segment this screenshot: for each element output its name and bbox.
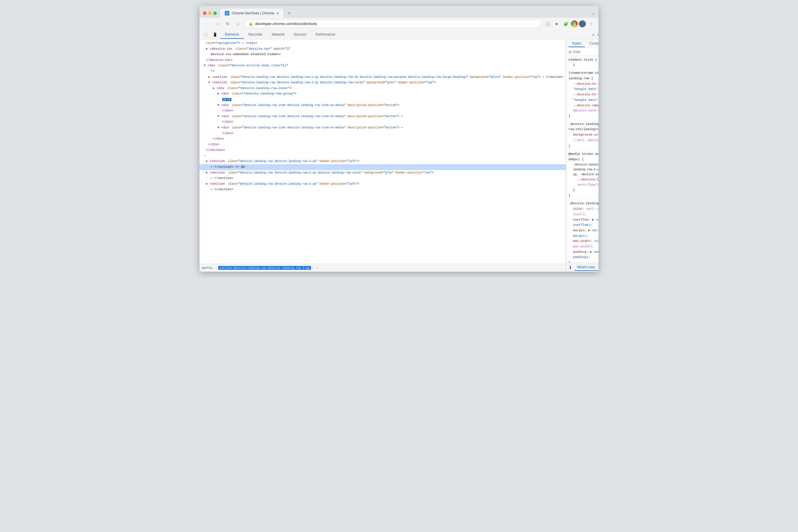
- chrome-inner: [573, 22, 576, 25]
- devtools-tab-list: Elements Recorder Network Sources Perfor…: [220, 31, 590, 39]
- minimize-traffic-light[interactable]: [208, 12, 211, 15]
- style-rule-landing-row: app.css:33 .devsite-landing-row { color:…: [566, 200, 598, 263]
- cast-icon[interactable]: ⬜: [543, 20, 551, 28]
- html-line-10: ▶ <div class="devsite-landing-row-group"…: [200, 91, 566, 97]
- html-line-selected: ⋯ </section> == $0: [200, 164, 566, 170]
- extensions-icon[interactable]: 🧩: [562, 20, 570, 28]
- tab-elements[interactable]: Elements: [220, 31, 244, 39]
- html-line-8: ▼ <section class="devsite-landing-row de…: [200, 80, 566, 86]
- tab-recorder[interactable]: Recorder: [244, 31, 267, 39]
- styles-content: element.style { } app.css:37 [theme=chro…: [566, 56, 598, 263]
- maximize-traffic-light[interactable]: [213, 12, 217, 15]
- subtab-computed[interactable]: Computed: [586, 40, 598, 47]
- devtools-panel: ⬚ 📱 Elements Recorder Network Sources Pe…: [200, 30, 598, 272]
- html-line-3: devsite-toc-embedded disabled hidden>: [200, 52, 566, 57]
- devtools-device-icon[interactable]: 📱: [211, 31, 219, 39]
- html-line-ellipsis: ⋯: [200, 153, 566, 159]
- html-line-23: ▶ <section class="devsite-landing-row de…: [200, 181, 566, 187]
- html-line-1: role="navigation"> ⋯ </div>: [200, 40, 566, 46]
- filter-icon: ⊟: [569, 50, 572, 54]
- html-line-12: </div>: [200, 108, 566, 114]
- home-button[interactable]: ⌂: [234, 20, 242, 28]
- html-line-17: </div>: [200, 136, 566, 142]
- console-bar: ⬇ What's new × Console ×: [566, 263, 598, 272]
- html-line-14: </div>: [200, 119, 566, 125]
- url-bar[interactable]: 🔒 developer.chrome.com/docs/devtools: [244, 20, 541, 28]
- styles-filter-bar: ⊟ :hov .cls + ⊞ ⊡: [566, 48, 598, 56]
- html-line-22: ⋯ </section>: [200, 175, 566, 181]
- address-bar: ← → ↻ ⌂ 🔒 developer.chrome.com/docs/devt…: [200, 18, 598, 30]
- html-line-13: ▼ <div class="devsite-landing-row-item d…: [200, 114, 566, 119]
- close-traffic-light[interactable]: [203, 12, 206, 15]
- url-text: developer.chrome.com/docs/devtools: [255, 21, 537, 26]
- styles-panel: Styles Computed Layout Event Listeners »…: [566, 39, 598, 272]
- subtab-styles[interactable]: Styles: [569, 40, 585, 47]
- style-rule-media-600: app.css:25 @media screen and (max-width:…: [566, 150, 598, 200]
- console-collapse-icon[interactable]: ⬇: [569, 265, 572, 270]
- reload-button[interactable]: ↻: [224, 20, 232, 28]
- more-tabs-button[interactable]: »: [591, 31, 596, 38]
- grid-badge: grid: [222, 98, 231, 101]
- panel-subtabs: Styles Computed Layout Event Listeners »: [566, 39, 598, 48]
- html-panel: role="navigation"> ⋯ </div> ▶ <devsite-t…: [200, 39, 566, 272]
- console-tab-whats-new[interactable]: What's new: [574, 264, 598, 271]
- tab-performance[interactable]: Performance: [311, 31, 340, 39]
- browser-tab[interactable]: C Chrome DevTools | Chrome ×: [220, 8, 283, 18]
- html-line-4: </devsite-toc>: [200, 57, 566, 63]
- html-line-19: </section>: [200, 147, 566, 153]
- devtools-toolbar: ⬚ 📱 Elements Recorder Network Sources Pe…: [200, 30, 598, 39]
- style-rule-theme: app.css:37 [theme=chrome-theme] .devsite…: [566, 69, 598, 120]
- tab-close-button[interactable]: ×: [277, 11, 279, 16]
- devtools-breadcrumb-bar: earfix. › section.devsite-landing-row.de…: [200, 264, 566, 272]
- traffic-lights: [203, 12, 217, 18]
- devtools-right-icons: ⚠ 168 ⚠ 10 ⚙ ⋮ ×: [597, 31, 598, 39]
- chrome-logo: [571, 20, 578, 27]
- html-line-2: ▶ <devsite-toc class="devsite-nav" depth…: [200, 46, 566, 52]
- html-line-15: ▼ <div class="devsite-landing-row-item d…: [200, 125, 566, 131]
- devtools-cursor-icon[interactable]: ⬚: [202, 31, 210, 39]
- style-rule-not-background: app.css:33 .devsite-landing-row:not([bac…: [566, 120, 598, 151]
- tab-title: Chrome DevTools | Chrome: [232, 11, 274, 15]
- tab-network[interactable]: Network: [267, 31, 289, 39]
- title-bar: C Chrome DevTools | Chrome × + ⌄: [200, 6, 598, 18]
- back-button[interactable]: ←: [203, 20, 211, 28]
- html-line-24: ⋯ </section>: [200, 187, 566, 192]
- styles-filter-input[interactable]: [573, 50, 598, 54]
- toolbar-icons: ⬜ ★ 🧩 👤 ⋮: [543, 20, 595, 28]
- browser-window: C Chrome DevTools | Chrome × + ⌄ ← → ↻ ⌂…: [200, 6, 598, 272]
- html-line-20: ▶ <section class="devsite-landing-row de…: [200, 158, 566, 164]
- menu-icon[interactable]: ⋮: [587, 20, 595, 28]
- html-line-18: </div>: [200, 142, 566, 148]
- forward-button[interactable]: →: [213, 20, 221, 28]
- html-line-5: ▼ <div class="devsite-article-body clear…: [200, 63, 566, 69]
- html-line-grid-badge: grid: [200, 97, 566, 102]
- html-line-16: </div>: [200, 131, 566, 136]
- devtools-main-area: role="navigation"> ⋯ </div> ▶ <devsite-t…: [200, 39, 598, 272]
- breadcrumb-section[interactable]: section.devsite-landing-row.devsite-land…: [218, 266, 311, 270]
- style-rule-element: element.style { }: [566, 56, 598, 69]
- html-line-11: ▼ <div class="devsite-landing-row-item d…: [200, 102, 566, 108]
- html-line-7: ▶ <section class="devsite-landing-row de…: [200, 74, 566, 80]
- breadcrumb-trail: earfix. › section.devsite-landing-row.de…: [202, 266, 563, 270]
- html-tree[interactable]: role="navigation"> ⋯ </div> ▶ <devsite-t…: [200, 39, 566, 264]
- tab-collapse-button[interactable]: ⌄: [592, 11, 595, 18]
- breadcrumb-more-icon[interactable]: ›: [315, 266, 320, 270]
- html-line-21: ▶ <section class="devsite-landing-row de…: [200, 170, 566, 176]
- breadcrumb-earfix[interactable]: earfix.: [202, 266, 214, 269]
- main-area: ☰ Chrome for Developers 🔍 ☀ Sign in ≡ Wh…: [200, 30, 598, 272]
- new-tab-button[interactable]: +: [285, 9, 293, 17]
- html-line-6: ">: [200, 69, 566, 74]
- tab-sources[interactable]: Sources: [289, 31, 311, 39]
- html-line-9: ▶ <div class="devsite-landing-row-inner"…: [200, 86, 566, 91]
- profile-icon[interactable]: 👤: [579, 20, 586, 27]
- tab-favicon: C: [225, 11, 229, 16]
- error-icon: ⚠: [597, 33, 598, 37]
- bookmark-icon[interactable]: ★: [553, 20, 560, 28]
